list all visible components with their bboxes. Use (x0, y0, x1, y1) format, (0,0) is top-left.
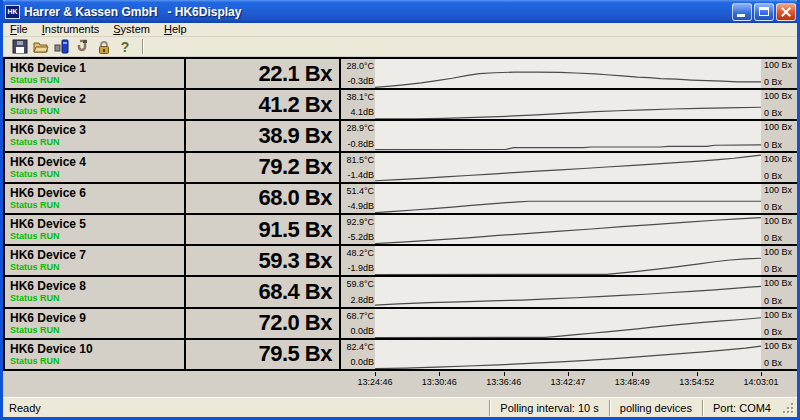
gauge-labels: 48.2°C -1.9dB (341, 246, 375, 275)
menu-instruments[interactable]: Instruments (35, 23, 106, 36)
menu-file[interactable]: File (3, 23, 35, 36)
minimize-button[interactable] (732, 3, 752, 21)
maximize-icon (759, 7, 769, 16)
trend-line (375, 215, 761, 244)
device-status: Status RUN (10, 137, 184, 148)
device-name: HK6 Device 8 (10, 279, 184, 293)
device-status: Status RUN (10, 200, 184, 211)
main-panel: HK6 Device 1 Status RUN 22.1 Bx 28.0°C -… (3, 56, 797, 397)
close-button[interactable] (776, 3, 796, 21)
device-name: HK6 Device 5 (10, 217, 184, 231)
device-name: HK6 Device 9 (10, 311, 184, 325)
resize-grip[interactable] (781, 398, 797, 417)
axis-range-labels: 100 Bx 0 Bx (761, 153, 797, 182)
trend-chart (375, 277, 761, 306)
device-db: -0.8dB (347, 139, 374, 149)
axis-tick-label: 13:48:49 (615, 377, 650, 387)
device-temperature: 28.0°C (346, 61, 374, 71)
app-icon: HK (5, 5, 20, 19)
axis-min-label: 0 Bx (764, 108, 782, 118)
trend-chart (375, 90, 761, 119)
device-name-cell: HK6 Device 9 Status RUN (5, 309, 186, 338)
axis-max-label: 100 Bx (764, 154, 792, 164)
device-row: HK6 Device 9 Status RUN 72.0 Bx 68.7°C 0… (5, 309, 797, 340)
axis-tick-label: 14:03:01 (743, 377, 778, 387)
device-row: HK6 Device 3 Status RUN 38.9 Bx 28.9°C -… (5, 121, 797, 152)
device-db: 0.0dB (350, 326, 374, 336)
device-value: 68.4 Bx (186, 277, 341, 306)
device-value: 41.2 Bx (186, 90, 341, 119)
axis-tick (568, 372, 569, 376)
device-row: HK6 Device 4 Status RUN 79.2 Bx 81.5°C -… (5, 153, 797, 184)
probe-icon[interactable] (73, 38, 92, 55)
trend-chart (375, 153, 761, 182)
gauge-labels: 28.9°C -0.8dB (341, 121, 375, 150)
axis-min-label: 0 Bx (764, 171, 782, 181)
titlebar[interactable]: HK Harrer & Kassen GmbH - HK6Display (0, 0, 800, 23)
device-name-cell: HK6 Device 3 Status RUN (5, 121, 186, 150)
device-temperature: 51.4°C (346, 186, 374, 196)
svg-text:?: ? (120, 39, 129, 55)
device-name: HK6 Device 10 (10, 342, 184, 356)
device-status: Status RUN (10, 325, 184, 336)
instrument-icon[interactable] (52, 38, 71, 55)
device-db: 0.0dB (350, 357, 374, 367)
device-name-cell: HK6 Device 7 Status RUN (5, 246, 186, 275)
device-status: Status RUN (10, 75, 184, 86)
gauge-labels: 68.7°C 0.0dB (341, 309, 375, 338)
device-name: HK6 Device 7 (10, 248, 184, 262)
device-status: Status RUN (10, 262, 184, 273)
axis-tick-label: 13:54:52 (679, 377, 714, 387)
device-name-cell: HK6 Device 4 Status RUN (5, 153, 186, 182)
open-folder-icon[interactable] (31, 38, 50, 55)
trend-line (375, 246, 761, 275)
trend-chart (375, 309, 761, 338)
help-icon[interactable]: ? (115, 38, 134, 55)
axis-range-labels: 100 Bx 0 Bx (761, 277, 797, 306)
device-value: 79.2 Bx (186, 153, 341, 182)
device-name-cell: HK6 Device 8 Status RUN (5, 277, 186, 306)
device-name-cell: HK6 Device 5 Status RUN (5, 215, 186, 244)
device-name-cell: HK6 Device 2 Status RUN (5, 90, 186, 119)
maximize-button[interactable] (754, 3, 774, 21)
axis-tick-label: 13:30:46 (422, 377, 457, 387)
gauge-labels: 28.0°C -0.3dB (341, 59, 375, 88)
device-status: Status RUN (10, 106, 184, 117)
time-axis-ticks: 13:24:4613:30:4613:36:4613:42:4713:48:49… (375, 372, 761, 394)
trend-line (375, 277, 761, 306)
save-icon[interactable] (10, 38, 29, 55)
gauge-labels: 51.4°C -4.9dB (341, 184, 375, 213)
toolbar-separator (142, 39, 144, 54)
device-value: 68.0 Bx (186, 184, 341, 213)
trend-chart (375, 215, 761, 244)
device-temperature: 38.1°C (346, 92, 374, 102)
device-value: 59.3 Bx (186, 246, 341, 275)
gauge-labels: 82.4°C 0.0dB (341, 340, 375, 369)
menu-help[interactable]: Help (157, 23, 194, 36)
gauge-labels: 59.8°C 2.8dB (341, 277, 375, 306)
device-db: 2.8dB (350, 295, 374, 305)
device-name-cell: HK6 Device 1 Status RUN (5, 59, 186, 88)
axis-max-label: 100 Bx (764, 247, 792, 257)
status-port: Port: COM4 (702, 400, 781, 416)
trend-line (375, 121, 761, 150)
device-temperature: 28.9°C (346, 123, 374, 133)
device-row: HK6 Device 1 Status RUN 22.1 Bx 28.0°C -… (5, 59, 797, 90)
device-name-cell: HK6 Device 10 Status RUN (5, 340, 186, 369)
device-db: 4.1dB (350, 107, 374, 117)
trend-line (375, 309, 761, 338)
axis-min-label: 0 Bx (764, 202, 782, 212)
axis-min-label: 0 Bx (764, 358, 782, 368)
device-status: Status RUN (10, 293, 184, 304)
status-ready: Ready (3, 402, 489, 414)
menu-system[interactable]: System (106, 23, 157, 36)
window-title: Harrer & Kassen GmbH - HK6Display (24, 5, 730, 19)
device-db: -4.9dB (347, 201, 374, 211)
axis-tick-label: 13:42:47 (550, 377, 585, 387)
axis-tick-label: 13:36:46 (486, 377, 521, 387)
device-db: -1.4dB (347, 170, 374, 180)
trend-line (375, 90, 761, 119)
device-name: HK6 Device 4 (10, 155, 184, 169)
axis-max-label: 100 Bx (764, 278, 792, 288)
lock-icon[interactable] (94, 38, 113, 55)
